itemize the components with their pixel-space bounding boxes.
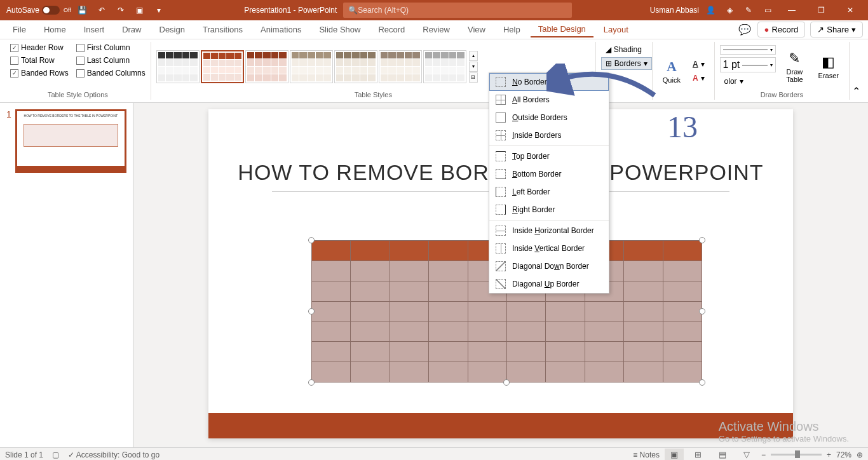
status-accessibility[interactable]: ✓ Accessibility: Good to go [68,450,159,459]
tab-design[interactable]: Design [152,22,193,37]
zoom-slider[interactable] [771,454,822,456]
save-button[interactable]: 💾 [75,3,90,18]
maximize-button[interactable]: ❐ [808,0,834,20]
pen-color-button[interactable]: olor ▾ [720,75,776,88]
selection-handle[interactable] [699,237,705,243]
slide-sorter-button[interactable]: ⊞ [689,449,708,461]
text-outline-icon: A [693,74,698,83]
scroll-down[interactable]: ▾ [469,62,478,72]
quick-label: Quick [663,76,681,84]
style-thumb-3[interactable] [245,50,288,83]
tab-help[interactable]: Help [496,22,528,37]
tab-record[interactable]: Record [370,22,412,37]
pen-style-selector[interactable]: ▾ [720,45,776,55]
dd-all-borders[interactable]: All Borders [489,91,609,109]
shading-button[interactable]: ◢ Shading [601,43,652,56]
style-thumb-7[interactable] [423,50,466,83]
qat-more[interactable]: ▾ [151,3,166,18]
tab-insert[interactable]: Insert [76,22,112,37]
style-thumb-1[interactable] [156,50,200,83]
status-slide-info[interactable]: Slide 1 of 1 [5,450,43,459]
eraser-button[interactable]: ◧ Eraser [813,51,844,82]
scroll-up[interactable]: ▴ [469,51,478,61]
search-box[interactable]: 🔍 [343,3,572,18]
style-thumb-6[interactable] [379,50,422,83]
cb-last-column[interactable]: Last Column [76,56,146,65]
magic-icon[interactable]: ✎ [741,3,756,18]
zoom-in-button[interactable]: + [827,450,831,459]
user-name[interactable]: Usman Abbasi [650,6,699,15]
style-thumb-4[interactable] [290,50,333,83]
cb-first-column[interactable]: First Column [76,43,146,52]
dd-right-border[interactable]: Right Border [489,201,609,219]
tab-animations[interactable]: Animations [253,22,309,37]
fit-window-button[interactable]: ⊕ [857,450,863,459]
quick-styles-button[interactable]: A Quick [658,56,686,86]
slideshow-view-button[interactable]: ▽ [737,449,756,461]
tab-layout[interactable]: Layout [596,22,636,37]
user-avatar[interactable]: 👤 [703,3,718,18]
dd-diagonal-down[interactable]: Diagonal Down Border [489,257,609,275]
inside-borders-icon [496,130,506,140]
dd-no-border[interactable]: No Border [489,73,609,91]
ribbon-mode-button[interactable]: ▭ [760,3,775,18]
close-button[interactable]: ✕ [837,0,863,20]
normal-view-button[interactable]: ▣ [665,449,684,461]
dd-inside-vertical[interactable]: Inside Vertical Border [489,240,609,257]
selection-handle[interactable] [699,308,705,315]
tab-draw[interactable]: Draw [114,22,149,37]
scroll-more[interactable]: ⊟ [469,72,478,83]
slide-panel[interactable]: 1 HOW TO REMOVE BORDERS TO THE TABLE IN … [0,103,133,447]
tab-view[interactable]: View [460,22,493,37]
cb-banded-columns[interactable]: Banded Columns [76,69,146,78]
dd-diagonal-up[interactable]: Diagonal Up Border [489,275,609,293]
undo-button[interactable]: ↶ [94,3,109,18]
tab-file[interactable]: File [5,22,34,37]
status-lang-icon[interactable]: ▢ [52,450,59,459]
cb-total-row[interactable]: Total Row [10,56,69,65]
zoom-level[interactable]: 72% [836,450,851,459]
tab-slideshow[interactable]: Slide Show [311,22,368,37]
style-thumb-5[interactable] [334,50,377,83]
diamond-icon[interactable]: ◈ [722,3,737,18]
collapse-ribbon-button[interactable]: ⌃ [850,83,863,100]
search-input[interactable] [358,6,567,15]
outside-borders-icon [496,112,506,123]
dd-bottom-border[interactable]: Bottom Border [489,165,609,183]
pen-color-label: olor [724,77,737,86]
minimize-button[interactable]: — [779,0,804,20]
selection-handle[interactable] [308,379,315,386]
share-button[interactable]: ↗ Share ▾ [810,22,863,37]
comments-button[interactable]: 💬 [737,22,752,37]
tab-table-design[interactable]: Table Design [531,22,593,37]
dd-outside-borders[interactable]: Outside Borders [489,109,609,126]
selection-handle[interactable] [503,379,510,386]
cb-banded-rows[interactable]: Banded Rows [10,69,69,78]
slide-thumbnail[interactable]: HOW TO REMOVE BORDERS TO THE TABLE IN PO… [15,109,126,173]
pen-weight-selector[interactable]: 1 pt ▾ [720,57,776,72]
style-thumb-2[interactable] [201,50,244,83]
cb-header-row[interactable]: Header Row [10,43,69,52]
tab-transitions[interactable]: Transitions [195,22,250,37]
text-outline-button[interactable]: A▾ [688,72,709,85]
present-button[interactable]: ▣ [132,3,147,18]
borders-button[interactable]: ⊞ Borders ▾ [601,57,652,70]
selection-handle[interactable] [308,308,315,315]
record-button[interactable]: ● Record [757,22,806,37]
selection-handle[interactable] [699,379,705,386]
dd-left-border[interactable]: Left Border [489,183,609,201]
dd-inside-borders[interactable]: Inside Borders [489,126,609,144]
redo-button[interactable]: ↷ [113,3,128,18]
draw-table-button[interactable]: ✎ Draw Table [781,48,808,86]
tab-review[interactable]: Review [415,22,458,37]
reading-view-button[interactable]: ▤ [713,449,732,461]
zoom-out-button[interactable]: − [761,450,766,459]
tab-home[interactable]: Home [36,22,74,37]
notes-button[interactable]: ≡ Notes [633,450,660,459]
dd-inside-horizontal[interactable]: Inside Horizontal Border [489,222,609,240]
dd-top-border[interactable]: Top Border [489,147,609,165]
selection-handle[interactable] [308,237,315,243]
text-fill-button[interactable]: A▾ [688,58,709,71]
autosave-off-label: Off [64,7,71,13]
autosave-toggle[interactable]: AutoSave Off [6,6,71,15]
